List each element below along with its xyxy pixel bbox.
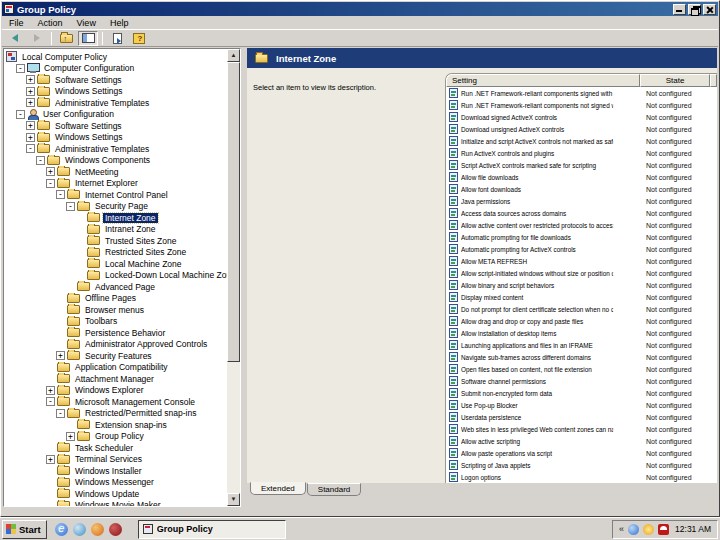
tree-item-windows-explorer[interactable]: +Windows Explorer [4, 385, 227, 397]
tab-standard[interactable]: Standard [307, 483, 361, 496]
tree-item-administrative-templates[interactable]: +Administrative Templates [4, 97, 227, 109]
collapse-icon[interactable]: - [56, 190, 65, 199]
tree-item-extension-snap-ins[interactable]: Extension snap-ins [4, 419, 227, 431]
tree-item-browser-menus[interactable]: Browser menus [4, 304, 227, 316]
tree-item-trusted-sites-zone[interactable]: Trusted Sites Zone [4, 235, 227, 247]
settings-row[interactable]: Web sites in less privileged Web content… [446, 423, 717, 435]
settings-row[interactable]: Allow font downloadsNot configured [446, 183, 717, 195]
settings-row[interactable]: Automatic prompting for ActiveX controls… [446, 243, 717, 255]
settings-row[interactable]: Download signed ActiveX controlsNot conf… [446, 111, 717, 123]
export-list-button[interactable] [107, 31, 127, 46]
settings-row[interactable]: Display mixed contentNot configured [446, 291, 717, 303]
tree-item-internet-explorer[interactable]: -Internet Explorer [4, 178, 227, 190]
collapse-icon[interactable]: - [16, 110, 25, 119]
settings-row[interactable]: Script ActiveX controls marked safe for … [446, 159, 717, 171]
settings-row[interactable]: Initialize and script ActiveX controls n… [446, 135, 717, 147]
tree-item-windows-messenger[interactable]: Windows Messenger [4, 477, 227, 489]
yellow-app-tray-icon[interactable] [643, 524, 654, 535]
tree-item-terminal-services[interactable]: +Terminal Services [4, 454, 227, 466]
expand-icon[interactable]: + [26, 98, 35, 107]
tree-item-software-settings[interactable]: +Software Settings [4, 120, 227, 132]
tree-item-windows-settings[interactable]: +Windows Settings [4, 86, 227, 98]
antivirus-tray-icon[interactable] [658, 524, 669, 535]
tree-item-computer-configuration[interactable]: -Computer Configuration [4, 63, 227, 75]
tree-item-offline-pages[interactable]: Offline Pages [4, 293, 227, 305]
tree-item-windows-update[interactable]: Windows Update [4, 488, 227, 500]
scrollbar-thumb[interactable] [227, 62, 240, 362]
tree-item-administrative-templates[interactable]: -Administrative Templates [4, 143, 227, 155]
menu-help[interactable]: Help [103, 17, 136, 29]
settings-row[interactable]: Launching applications and files in an I… [446, 339, 717, 351]
tree-scrollbar[interactable]: ▲ ▼ [227, 49, 240, 506]
up-one-level-button[interactable]: ↑ [56, 31, 76, 46]
settings-row[interactable]: Allow paste operations via scriptNot con… [446, 447, 717, 459]
tree-item-attachment-manager[interactable]: Attachment Manager [4, 373, 227, 385]
tree-item-netmeeting[interactable]: +NetMeeting [4, 166, 227, 178]
expand-icon[interactable]: + [46, 455, 55, 464]
tree-item-group-policy[interactable]: +Group Policy [4, 431, 227, 443]
tray-expand-icon[interactable]: « [619, 524, 624, 534]
settings-row[interactable]: Allow active content over restricted pro… [446, 219, 717, 231]
settings-row[interactable]: Java permissionsNot configured [446, 195, 717, 207]
tree-item-windows-movie-maker[interactable]: Windows Movie Maker [4, 500, 227, 507]
tree-item-toolbars[interactable]: Toolbars [4, 316, 227, 328]
collapse-icon[interactable]: - [46, 397, 55, 406]
settings-row[interactable]: Submit non-encrypted form dataNot config… [446, 387, 717, 399]
blue-app-tray-icon[interactable] [628, 524, 639, 535]
help-button[interactable] [129, 31, 149, 46]
settings-row[interactable]: Allow script-initiated windows without s… [446, 267, 717, 279]
menu-file[interactable]: File [2, 17, 31, 29]
collapse-icon[interactable]: - [36, 156, 45, 165]
tree-item-application-compatibility[interactable]: Application Compatibility [4, 362, 227, 374]
window-titlebar[interactable]: Group Policy [2, 2, 718, 16]
tree-item-advanced-page[interactable]: Advanced Page [4, 281, 227, 293]
settings-row[interactable]: Run .NET Framework-reliant components no… [446, 99, 717, 111]
tree-item-restricted-permitted-snap-ins[interactable]: -Restricted/Permitted snap-ins [4, 408, 227, 420]
expand-icon[interactable]: + [26, 133, 35, 142]
tree-item-security-page[interactable]: -Security Page [4, 201, 227, 213]
tree-item-intranet-zone[interactable]: Intranet Zone [4, 224, 227, 236]
start-button[interactable]: Start [2, 520, 47, 539]
restore-icon[interactable] [688, 4, 701, 15]
settings-row[interactable]: Run ActiveX controls and pluginsNot conf… [446, 147, 717, 159]
red-app-icon[interactable] [109, 523, 122, 536]
expand-icon[interactable]: + [66, 432, 75, 441]
settings-row[interactable]: Software channel permissionsNot configur… [446, 375, 717, 387]
collapse-icon[interactable]: - [26, 144, 35, 153]
settings-row[interactable]: Access data sources across domainsNot co… [446, 207, 717, 219]
menu-action[interactable]: Action [31, 17, 70, 29]
tree-item-local-machine-zone[interactable]: Local Machine Zone [4, 258, 227, 270]
settings-row[interactable]: Navigate sub-frames across different dom… [446, 351, 717, 363]
back-button[interactable] [5, 31, 25, 46]
tree-item-internet-zone[interactable]: Internet Zone [4, 212, 227, 224]
tree-item-persistence-behavior[interactable]: Persistence Behavior [4, 327, 227, 339]
column-header-state[interactable]: State [640, 74, 710, 87]
settings-row[interactable]: Use Pop-up BlockerNot configured [446, 399, 717, 411]
column-header-setting[interactable]: Setting [446, 74, 640, 87]
tree-item-internet-control-panel[interactable]: -Internet Control Panel [4, 189, 227, 201]
tree-item-windows-components[interactable]: -Windows Components [4, 155, 227, 167]
tree-item-microsoft-management-console[interactable]: -Microsoft Management Console [4, 396, 227, 408]
tree-item-restricted-sites-zone[interactable]: Restricted Sites Zone [4, 247, 227, 259]
internet-explorer-icon[interactable] [55, 523, 68, 536]
scroll-down-icon[interactable]: ▼ [227, 493, 240, 506]
tree-item-user-configuration[interactable]: -User Configuration [4, 109, 227, 121]
minimize-icon[interactable] [673, 4, 686, 15]
tree-item-windows-settings[interactable]: +Windows Settings [4, 132, 227, 144]
tree-item-local-computer-policy[interactable]: Local Computer Policy [4, 51, 227, 63]
expand-icon[interactable]: + [56, 351, 65, 360]
tree-item-administrator-approved-controls[interactable]: Administrator Approved Controls [4, 339, 227, 351]
settings-row[interactable]: Allow META REFRESHNot configured [446, 255, 717, 267]
collapse-icon[interactable]: - [66, 202, 75, 211]
settings-row[interactable]: Open files based on content, not file ex… [446, 363, 717, 375]
scroll-up-icon[interactable]: ▲ [227, 49, 240, 62]
settings-row[interactable]: Allow file downloadsNot configured [446, 171, 717, 183]
menu-view[interactable]: View [70, 17, 103, 29]
settings-row[interactable]: Allow active scriptingNot configured [446, 435, 717, 447]
expand-icon[interactable]: + [26, 121, 35, 130]
settings-row[interactable]: Allow installation of desktop itemsNot c… [446, 327, 717, 339]
expand-icon[interactable]: + [46, 167, 55, 176]
tree-item-task-scheduler[interactable]: Task Scheduler [4, 442, 227, 454]
tree-item-locked-down-local-machine-zone[interactable]: Locked-Down Local Machine Zone [4, 270, 227, 282]
settings-row[interactable]: Allow binary and script behaviorsNot con… [446, 279, 717, 291]
